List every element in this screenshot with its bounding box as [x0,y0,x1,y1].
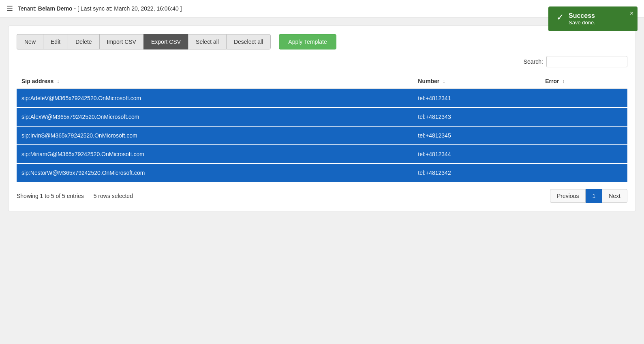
sort-icon-error: ↕ [562,79,565,84]
toast-title: Success [569,12,595,19]
cell-number: tel:+4812341 [413,89,540,108]
sort-icon-sip: ↕ [57,79,59,84]
top-bar: ☰ Tenant: Belam Demo - [ Last sync at: M… [0,0,644,17]
cell-error [540,89,627,108]
cell-sip-address: sip:NestorW@M365x79242520.OnMicrosoft.co… [17,163,413,182]
hamburger-icon[interactable]: ☰ [6,4,13,13]
cell-error [540,145,627,163]
previous-button[interactable]: Previous [550,189,586,203]
table-container: Sip address ↕ Number ↕ Error ↕ sip:Adele… [17,74,627,183]
table-footer: Showing 1 to 5 of 5 entries 5 rows selec… [17,189,627,203]
cell-sip-address: sip:AdeleV@M365x79242520.OnMicrosoft.com [17,89,413,108]
col-header-error[interactable]: Error ↕ [540,74,627,89]
tenant-name: Belam Demo [38,5,73,12]
page-1-button[interactable]: 1 [586,189,602,203]
cell-number: tel:+4812342 [413,163,540,182]
toast-content: Success Save done. [569,12,595,26]
sort-icon-number: ↕ [443,79,445,84]
toast-message: Save done. [569,19,595,26]
export-csv-button[interactable]: Export CSV [143,34,188,49]
tenant-info: Tenant: Belam Demo - [ Last sync at: Mar… [18,5,182,12]
toast-close-button[interactable]: × [630,10,633,17]
sync-info: - [ Last sync at: March 20, 2022, 16:06:… [73,5,182,12]
col-header-number[interactable]: Number ↕ [413,74,540,89]
apply-template-button[interactable]: Apply Template [279,34,336,49]
cell-error [540,163,627,182]
checkmark-icon: ✓ [556,13,564,22]
cell-number: tel:+4812343 [413,108,540,126]
table-row[interactable]: sip:MiriamG@M365x79242520.OnMicrosoft.co… [17,145,627,163]
table-row[interactable]: sip:AdeleV@M365x79242520.OnMicrosoft.com… [17,89,627,108]
toolbar: New Edit Delete Import CSV Export CSV Se… [17,34,627,49]
search-input[interactable] [546,56,627,67]
cell-sip-address: sip:MiriamG@M365x79242520.OnMicrosoft.co… [17,145,413,163]
next-button[interactable]: Next [602,189,627,203]
showing-info: Showing 1 to 5 of 5 entries [17,193,84,199]
table-row[interactable]: sip:NestorW@M365x79242520.OnMicrosoft.co… [17,163,627,182]
search-label: Search: [524,58,543,65]
table-row[interactable]: sip:AlexW@M365x79242520.OnMicrosoft.comt… [17,108,627,126]
cell-sip-address: sip:IrvinS@M365x79242520.OnMicrosoft.com [17,126,413,145]
footer-info: Showing 1 to 5 of 5 entries 5 rows selec… [17,193,133,199]
cell-sip-address: sip:AlexW@M365x79242520.OnMicrosoft.com [17,108,413,126]
search-row: Search: [17,56,627,67]
cell-error [540,108,627,126]
table-body: sip:AdeleV@M365x79242520.OnMicrosoft.com… [17,89,627,182]
tenant-label: Tenant: [18,5,38,12]
cell-error [540,126,627,145]
cell-number: tel:+4812344 [413,145,540,163]
table-header-row: Sip address ↕ Number ↕ Error ↕ [17,74,627,89]
table-row[interactable]: sip:IrvinS@M365x79242520.OnMicrosoft.com… [17,126,627,145]
delete-button[interactable]: Delete [68,34,99,49]
pagination: Previous 1 Next [550,189,627,203]
main-content: New Edit Delete Import CSV Export CSV Se… [8,26,636,211]
import-csv-button[interactable]: Import CSV [99,34,143,49]
select-all-button[interactable]: Select all [188,34,226,49]
new-button[interactable]: New [17,34,43,49]
rows-selected: 5 rows selected [94,193,133,199]
edit-button[interactable]: Edit [43,34,68,49]
data-table: Sip address ↕ Number ↕ Error ↕ sip:Adele… [17,74,627,183]
cell-number: tel:+4812345 [413,126,540,145]
success-toast: ✓ Success Save done. × [548,6,638,31]
col-header-sip-address[interactable]: Sip address ↕ [17,74,413,89]
deselect-all-button[interactable]: Deselect all [226,34,271,49]
